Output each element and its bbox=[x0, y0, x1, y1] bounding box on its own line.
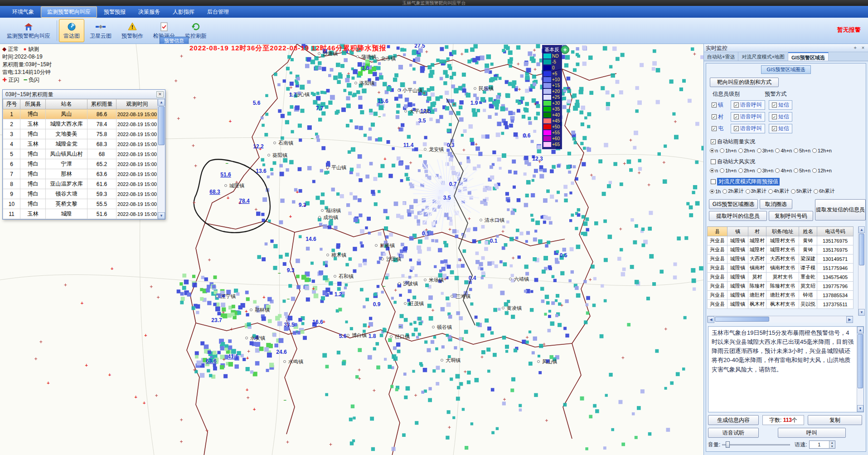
radio[interactable] bbox=[812, 168, 817, 173]
checkbox[interactable]: ✓ bbox=[772, 114, 777, 119]
contact-row[interactable]: 兴业县城隍镇枫木村枫木村支书吴以悦137375511 bbox=[708, 300, 853, 309]
table-row[interactable]: 5博白凤山镇凤山村682022-08-19 15:00 bbox=[3, 149, 158, 159]
map-locate-button[interactable]: + bbox=[561, 45, 569, 54]
radio[interactable] bbox=[757, 148, 761, 153]
toolbar-button-0[interactable]: 监测预警靶向叫应 bbox=[2, 19, 55, 42]
checkbox[interactable]: ✓ bbox=[711, 139, 716, 144]
contact-row[interactable]: 兴业县城隍镇大西村大西村支书梁深建130149571 bbox=[708, 254, 853, 264]
radio-option[interactable]: 5h+n bbox=[794, 168, 810, 173]
spin-down-icon[interactable]: ▼ bbox=[829, 445, 835, 448]
radio[interactable] bbox=[775, 168, 780, 173]
column-header[interactable]: 职务/地址 bbox=[766, 227, 799, 236]
radio-option[interactable]: 12h+n bbox=[812, 148, 832, 153]
radio[interactable] bbox=[738, 168, 743, 173]
radio[interactable] bbox=[812, 148, 817, 153]
table-row[interactable]: 3博白文地姜美75.82022-08-19 15:00 bbox=[3, 129, 158, 139]
contact-row[interactable]: 兴业县城隍镇莫村莫村支书覃金乾134575405 bbox=[708, 273, 853, 282]
target-level-button[interactable]: 靶向叫应的级别和方式 bbox=[710, 78, 779, 87]
checkbox[interactable]: ✓ bbox=[734, 114, 739, 119]
scroll-thumb[interactable] bbox=[859, 234, 864, 265]
column-header[interactable]: 村 bbox=[748, 227, 766, 236]
radio[interactable] bbox=[710, 189, 714, 194]
column-header[interactable]: 县 bbox=[708, 227, 727, 236]
toolbar-button-3[interactable]: 预警制作 bbox=[117, 19, 148, 42]
panel-tab-2[interactable]: GIS预警区域选 bbox=[788, 52, 829, 61]
radio-option[interactable]: 2h+n bbox=[738, 148, 755, 153]
call-button[interactable]: 呼叫 bbox=[778, 428, 846, 438]
spin-up-icon[interactable]: ▲ bbox=[829, 441, 835, 445]
column-header[interactable]: 镇 bbox=[727, 227, 748, 236]
checkbox[interactable] bbox=[711, 159, 716, 164]
contact-row[interactable]: 兴业县城隍镇城隍村城隍村支书黄铸135176975 bbox=[708, 236, 853, 245]
radio[interactable] bbox=[720, 168, 724, 173]
table-row[interactable]: 10博白英桥文黎55.52022-08-19 15:00 bbox=[3, 199, 158, 209]
table-row[interactable]: 7博白那林63.62022-08-19 15:00 bbox=[3, 169, 158, 179]
radio[interactable] bbox=[757, 168, 761, 173]
radio-option[interactable]: 3h+n bbox=[757, 168, 774, 173]
menu-tab-2[interactable]: 预警预报 bbox=[98, 7, 131, 17]
close-icon[interactable]: ✕ bbox=[156, 91, 164, 98]
radio-option[interactable]: n bbox=[710, 148, 718, 153]
column-header[interactable]: 所属县 bbox=[20, 99, 46, 109]
scroll-up-icon[interactable]: ▲ bbox=[858, 226, 865, 233]
sms-option[interactable]: ✓短信 bbox=[769, 112, 792, 122]
radio-option[interactable]: 2h累计 bbox=[723, 188, 743, 195]
checkbox[interactable] bbox=[711, 179, 716, 184]
radio-option[interactable]: 2h+n bbox=[738, 168, 755, 173]
radio[interactable] bbox=[738, 148, 743, 153]
scroll-down-icon[interactable]: ▼ bbox=[158, 212, 165, 219]
cancel-select-button[interactable]: 取消圈选 bbox=[760, 199, 792, 209]
table-row[interactable]: 8博白亚山温罗水库61.62022-08-19 15:00 bbox=[3, 179, 158, 189]
radio-option[interactable]: 6h累计 bbox=[814, 188, 834, 195]
contact-row[interactable]: 兴业县城隍镇陈臻村陈臻村支书莫文绍139775796 bbox=[708, 282, 853, 291]
radio[interactable] bbox=[775, 148, 780, 153]
copy-number-button[interactable]: 复制呼叫号码 bbox=[769, 211, 813, 221]
scroll-right-icon[interactable]: ▶ bbox=[846, 316, 853, 323]
extract-call-button[interactable]: 提取呼叫的信息员 bbox=[709, 211, 767, 221]
scroll-up-icon[interactable]: ▲ bbox=[158, 99, 165, 106]
checkbox[interactable]: ✓ bbox=[712, 103, 717, 108]
contact-row[interactable]: 兴业县城隍镇城隍村城隍村支书黄铸135176975 bbox=[708, 245, 853, 254]
column-header[interactable]: 观测时间 bbox=[116, 99, 158, 109]
copy-button[interactable]: 复制 bbox=[808, 415, 862, 425]
table-row[interactable]: 11玉林城隍51.62022-08-19 15:00 bbox=[3, 209, 158, 219]
column-header[interactable]: 站名 bbox=[46, 99, 87, 109]
radio[interactable] bbox=[746, 189, 750, 194]
rain-window-titlebar[interactable]: 03时~15时累积雨量 ✕ bbox=[3, 90, 165, 99]
volume-slider[interactable] bbox=[722, 441, 790, 448]
sms-option[interactable]: ✓短信 bbox=[769, 100, 792, 110]
panel-tab-0[interactable]: 自动站+雷达 bbox=[704, 52, 738, 61]
scroll-up-icon[interactable]: ▲ bbox=[857, 327, 863, 333]
radar-map[interactable]: ++++++++++++++++++++++++++−−−−−−−−沙塘镇蒲塘镇… bbox=[0, 44, 703, 455]
contact-row[interactable]: 兴业县城隍镇镇南村镇南村支书谭子模151775946 bbox=[708, 264, 853, 273]
voice-call-option[interactable]: ✓语音呼叫 bbox=[731, 112, 765, 122]
radio-option[interactable]: 4h+n bbox=[775, 168, 792, 173]
pin-icon[interactable]: + bbox=[852, 45, 858, 50]
checkbox[interactable]: ✓ bbox=[772, 126, 777, 131]
warning-message-box[interactable]: 玉林市气象台19日5时15分发布暴雨橙色预警信号，4时以来兴业县城隍大西水库已出… bbox=[708, 326, 864, 412]
radio-option[interactable]: 1h+n bbox=[720, 168, 737, 173]
toolbar-button-1[interactable]: 雷达图 bbox=[59, 19, 84, 42]
speed-spinner[interactable]: 1 ▲▼ bbox=[809, 440, 835, 449]
sms-option[interactable]: ✓短信 bbox=[769, 124, 792, 133]
voice-call-option[interactable]: ✓语音呼叫 bbox=[731, 100, 765, 110]
radio[interactable] bbox=[768, 189, 773, 194]
table-row[interactable]: 6博白宁潭65.22022-08-19 15:00 bbox=[3, 159, 158, 169]
column-header[interactable]: 电话号码 bbox=[817, 227, 853, 236]
table-row[interactable]: 9博白顿谷大塘59.32022-08-19 15:00 bbox=[3, 189, 158, 199]
contacts-hscrollbar[interactable]: ◀ ▶ bbox=[707, 316, 853, 323]
radio[interactable] bbox=[814, 189, 818, 194]
radio-option[interactable]: 4h+n bbox=[775, 148, 792, 153]
checkbox[interactable]: ✓ bbox=[712, 114, 717, 119]
volume-slider-thumb[interactable] bbox=[726, 441, 730, 448]
radio[interactable] bbox=[720, 148, 724, 153]
menu-tab-4[interactable]: 人影指挥 bbox=[167, 7, 200, 17]
contacts-vscrollbar[interactable]: ▲ ▼ bbox=[858, 226, 865, 316]
radio-option[interactable]: n bbox=[710, 168, 718, 173]
radio[interactable] bbox=[710, 148, 714, 153]
checkbox[interactable]: ✓ bbox=[712, 126, 717, 131]
menu-tab-5[interactable]: 后台管理 bbox=[201, 7, 235, 17]
radio[interactable] bbox=[791, 189, 795, 194]
checkbox[interactable]: ✓ bbox=[772, 103, 777, 108]
column-header[interactable]: 序号 bbox=[3, 99, 20, 109]
